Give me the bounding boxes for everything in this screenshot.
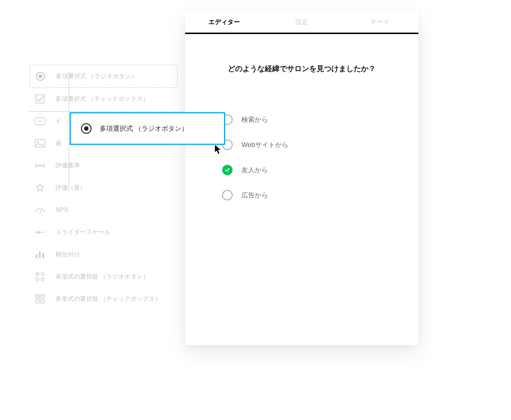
svg-rect-15 bbox=[36, 254, 37, 258]
svg-point-22 bbox=[41, 278, 44, 281]
sidebar-item-matrix-checkbox[interactable]: 表形式の選択肢 （チェックボックス） bbox=[30, 288, 178, 310]
sidebar-item-label: ド bbox=[56, 117, 62, 125]
sidebar-item-checkbox[interactable]: 多項選択式 （チェックボックス） bbox=[30, 88, 178, 110]
option-label: 友人から bbox=[241, 166, 268, 174]
svg-point-20 bbox=[41, 273, 44, 276]
svg-rect-3 bbox=[35, 118, 45, 125]
drag-tile-label: 多項選択式 （ラジオボタン） bbox=[100, 124, 188, 133]
svg-point-1 bbox=[39, 74, 42, 78]
svg-point-28 bbox=[84, 126, 88, 131]
sidebar-item-label: 多項選択式 （ラジオボタン） bbox=[56, 73, 137, 80]
preview-question-text: どのような経緯でサロンを見つけましたか？ bbox=[207, 64, 396, 74]
tab-label: エディター bbox=[208, 18, 240, 26]
dragging-question-tile[interactable]: 多項選択式 （ラジオボタン） bbox=[70, 112, 225, 145]
svg-rect-2 bbox=[36, 95, 44, 103]
preview-option[interactable]: 友人から bbox=[222, 165, 396, 175]
sidebar-item-ranking[interactable]: 順位付け bbox=[30, 243, 178, 266]
checkbox-icon bbox=[35, 94, 45, 104]
sidebar-item-nps[interactable]: NPS bbox=[30, 199, 178, 221]
preview-option[interactable]: 検索から bbox=[222, 114, 396, 125]
radio-checked-icon bbox=[222, 165, 233, 175]
gauge-icon bbox=[35, 205, 45, 215]
sidebar-item-slider[interactable]: スライダースケール bbox=[30, 221, 178, 243]
preview-body: どのような経緯でサロンを見つけましたか？ 検索から Webサイトから 友人から … bbox=[185, 34, 418, 345]
sidebar-item-label: 評価（星） bbox=[56, 184, 86, 192]
sidebar-item-label: 評価基準 bbox=[56, 162, 80, 170]
sidebar-item-label: スライダースケール bbox=[56, 229, 111, 236]
tab-label: テーマ bbox=[370, 18, 389, 26]
preview-options-list: 検索から Webサイトから 友人から 広告から bbox=[207, 114, 396, 200]
svg-point-14 bbox=[37, 231, 40, 233]
dropdown-icon bbox=[35, 116, 45, 126]
slider-icon bbox=[35, 227, 45, 237]
scale-icon bbox=[35, 160, 45, 171]
option-label: Webサイトから bbox=[241, 140, 288, 149]
sidebar-item-star[interactable]: 評価（星） bbox=[30, 177, 178, 199]
option-label: 検索から bbox=[241, 115, 268, 124]
ranking-icon bbox=[35, 249, 45, 260]
tab-settings[interactable]: 設定 bbox=[263, 11, 341, 33]
tab-editor[interactable]: エディター bbox=[185, 11, 263, 33]
svg-point-21 bbox=[36, 278, 39, 281]
star-icon bbox=[35, 183, 45, 193]
radio-unchecked-icon bbox=[222, 190, 233, 200]
cursor-icon bbox=[214, 144, 223, 156]
preview-panel: エディター 設定 テーマ どのような経緯でサロンを見つけましたか？ 検索から W… bbox=[185, 11, 418, 345]
sidebar-item-matrix-radio[interactable]: 表形式の選択肢 （ラジオボタン） bbox=[30, 266, 178, 288]
svg-point-19 bbox=[37, 274, 38, 275]
svg-point-12 bbox=[39, 212, 41, 213]
svg-rect-25 bbox=[36, 300, 39, 303]
radio-icon bbox=[80, 123, 92, 134]
svg-rect-24 bbox=[41, 295, 44, 298]
sidebar-item-label: 多項選択式 （チェックボックス） bbox=[56, 95, 149, 103]
radio-icon bbox=[35, 71, 46, 81]
svg-rect-16 bbox=[39, 251, 41, 258]
preview-option[interactable]: 広告から bbox=[222, 190, 396, 200]
preview-tabs: エディター 設定 テーマ bbox=[185, 11, 418, 34]
matrix-radio-icon bbox=[35, 271, 45, 282]
sidebar-item-label: NPS bbox=[56, 207, 68, 213]
sidebar-item-label: 順位付け bbox=[56, 251, 80, 259]
preview-option[interactable]: Webサイトから bbox=[222, 140, 396, 150]
matrix-checkbox-icon bbox=[35, 294, 45, 304]
option-label: 広告から bbox=[241, 191, 268, 200]
sidebar-item-label: 表形式の選択肢 （ラジオボタン） bbox=[56, 273, 149, 281]
sidebar-item-label: 表形式の選択肢 （チェックボックス） bbox=[56, 295, 161, 303]
question-types-sidebar: 多項選択式 （ラジオボタン） 多項選択式 （チェックボックス） ド 画 評価基準… bbox=[30, 65, 178, 310]
svg-rect-17 bbox=[42, 253, 44, 258]
sidebar-item-scale[interactable]: 評価基準 bbox=[30, 154, 178, 177]
svg-rect-26 bbox=[41, 300, 44, 303]
tab-theme[interactable]: テーマ bbox=[341, 11, 418, 33]
sidebar-item-label: 画 bbox=[56, 140, 62, 147]
svg-point-5 bbox=[37, 141, 39, 143]
image-icon bbox=[35, 138, 45, 149]
sidebar-item-radio[interactable]: 多項選択式 （ラジオボタン） bbox=[30, 65, 178, 88]
tab-label: 設定 bbox=[295, 18, 308, 26]
